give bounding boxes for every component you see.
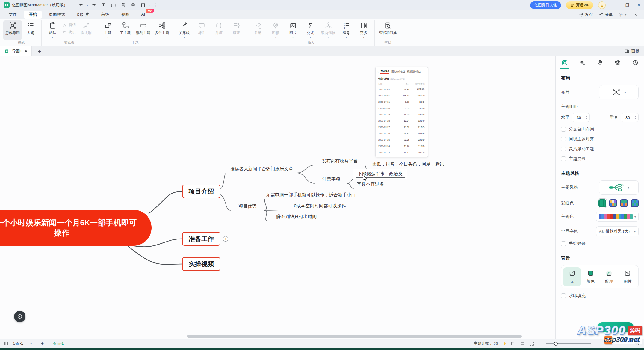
rainbow-swatch-2[interactable] xyxy=(609,199,617,207)
open-folder-icon[interactable] xyxy=(111,3,116,8)
topic-fabu[interactable]: 发布到有收益平台 xyxy=(315,157,365,165)
avatar[interactable]: E xyxy=(598,1,606,9)
topic-banyun[interactable]: 搬运各大新闻平台热门娱乐文章 xyxy=(227,165,297,173)
ribbon-button-编号[interactable]: 123编号▾ xyxy=(338,20,355,40)
menu-tab-幻灯片[interactable]: 幻灯片 xyxy=(72,11,94,19)
dropdown-caret[interactable]: ▾ xyxy=(87,4,88,7)
vip-button[interactable]: 开通VIP xyxy=(566,1,593,9)
ribbon-button-查找和替换[interactable]: 查找和替换 xyxy=(377,20,399,40)
topic-实操视频[interactable]: 实操视频 xyxy=(182,257,220,271)
ribbon-button-大纲[interactable]: 大纲 xyxy=(22,20,39,40)
ribbon-button-子主题[interactable]: 子主题 xyxy=(117,20,134,40)
checkbox-同级主题对齐[interactable]: 同级主题对齐 xyxy=(561,136,639,142)
publish-button[interactable]: 发布 xyxy=(579,12,593,17)
ribbon-button-关系线[interactable]: 关系线▾ xyxy=(176,20,193,40)
print-icon[interactable] xyxy=(131,3,136,8)
ribbon-button-更多[interactable]: 更多▾ xyxy=(355,20,372,40)
mindmap-canvas[interactable]: 看一个小时娱乐新闻一个月6K一部手机即可操作项目介绍准备工作1实操视频搬运各大新… xyxy=(0,56,555,339)
attached-image-revenue[interactable]: ‹整体收益图文创作收益视频创作收益收益详情最近 23.59 前更新日期总计创作收… xyxy=(375,67,428,157)
topic-zhuan[interactable]: 赚不到钱只付出时间 xyxy=(267,213,326,221)
topic-wuxu[interactable]: 无需电脑一部手机就可以操作，适合新手小白 xyxy=(266,191,356,199)
outline-view-icon[interactable] xyxy=(511,341,516,346)
rainbow-swatch-3[interactable] xyxy=(620,199,628,207)
background-option-颜色[interactable]: 颜色 xyxy=(582,267,600,286)
minimize-button[interactable]: ─ xyxy=(615,3,618,7)
undo-icon[interactable] xyxy=(79,3,84,8)
topic-chengben[interactable]: 0成本空闲时间都可以操作 xyxy=(285,202,354,210)
redo-icon[interactable] xyxy=(91,3,96,8)
ribbon-button-主题[interactable]: 主题▾ xyxy=(99,20,117,40)
horizontal-scrollbar[interactable] xyxy=(187,335,522,338)
horizontal-spacing-stepper[interactable]: 30 ▲▼ xyxy=(572,113,590,122)
central-topic[interactable]: 看一个小时娱乐新闻一个月6K一部手机即可操作 xyxy=(0,210,152,246)
new-tab-button[interactable]: ＋ xyxy=(37,48,42,55)
panel-tab-panel-history[interactable] xyxy=(626,56,644,69)
export-icon[interactable] xyxy=(140,3,146,8)
collapse-ribbon-button[interactable] xyxy=(633,13,637,17)
topic-准备工作[interactable]: 准备工作 xyxy=(182,232,220,246)
topic-youshi[interactable]: 项目优势 xyxy=(231,202,264,210)
theme-color-dropdown[interactable]: ▾ xyxy=(596,212,639,222)
page-tab[interactable]: 页面-1 xyxy=(53,341,64,346)
panel-toggle[interactable]: 面板 xyxy=(625,49,644,54)
checkbox-box[interactable] xyxy=(561,241,566,246)
share-button[interactable]: 分享 xyxy=(599,12,613,17)
checkbox-box[interactable] xyxy=(561,293,566,298)
panel-tab-panel-style[interactable] xyxy=(609,56,626,69)
ribbon-button-思维导图[interactable]: 思维导图 xyxy=(3,20,22,40)
ribbon-button-多个主题[interactable]: 多个主题 xyxy=(152,20,171,40)
zoom-out-button[interactable]: ─ xyxy=(539,341,542,346)
topic-项目介绍[interactable]: 项目介绍 xyxy=(182,185,220,198)
summer-promo-badge[interactable]: 亿图夏日大促 xyxy=(530,1,561,9)
panel-tab-panel-ai[interactable] xyxy=(573,56,591,69)
checkbox-box[interactable] xyxy=(561,127,566,132)
panel-tab-emoji-pin[interactable] xyxy=(591,56,609,69)
menu-tab-AI[interactable]: AIHot xyxy=(136,11,150,19)
dropdown-caret[interactable]: ▾ xyxy=(149,4,150,7)
add-page-button[interactable]: ＋ xyxy=(40,340,45,347)
help-button[interactable]: ?▾ xyxy=(619,13,627,17)
fullscreen-icon[interactable] xyxy=(529,341,534,346)
maximize-button[interactable]: ❐ xyxy=(625,3,629,7)
menu-tab-开始[interactable]: 开始 xyxy=(24,11,42,19)
selected-topic[interactable]: 不能搬运军事，政治类 xyxy=(353,169,407,179)
collapse-badge[interactable]: 1 xyxy=(223,236,228,242)
topic-zhuyi[interactable]: 注意事项 xyxy=(315,175,347,183)
pan-mode-icon[interactable] xyxy=(4,341,9,346)
vertical-spacing-stepper[interactable]: 30 ▲▼ xyxy=(621,113,639,122)
checkbox-box[interactable] xyxy=(561,137,566,141)
menu-tab-文件[interactable]: 文件 xyxy=(4,11,22,19)
topic-xigua[interactable]: 西瓜，抖音，今日头条，网易，腾讯 xyxy=(367,160,449,168)
close-button[interactable]: ✕ xyxy=(637,3,640,7)
ribbon-button-浮动主题[interactable]: 浮动主题 xyxy=(134,20,152,40)
ribbon-button-粘贴[interactable]: 粘贴▾ xyxy=(44,20,61,40)
menu-tab-页面样式[interactable]: 页面样式 xyxy=(44,11,70,19)
panel-tab-panel-layout[interactable] xyxy=(556,56,573,69)
menu-tab-高级[interactable]: 高级 xyxy=(96,11,114,19)
page-selector[interactable]: 页面-1▾ xyxy=(12,341,32,346)
theme-style-dropdown[interactable]: ▾ xyxy=(599,180,639,195)
fit-window-icon[interactable] xyxy=(520,341,525,346)
rainbow-swatch-1[interactable] xyxy=(598,199,606,207)
checkbox-box[interactable] xyxy=(561,147,566,151)
page-grid-icon[interactable] xyxy=(634,341,639,346)
save-icon[interactable] xyxy=(121,3,126,8)
more-icon[interactable] xyxy=(153,3,158,8)
assistant-floating-button[interactable] xyxy=(14,311,25,322)
global-font-dropdown[interactable]: Aa 微软雅黑 (大) ▾ xyxy=(596,226,639,236)
document-tab[interactable]: 导图1 xyxy=(0,46,32,56)
checkbox-手绘效果[interactable]: 手绘效果 xyxy=(561,241,639,246)
checkbox-灵活浮动主题[interactable]: 灵活浮动主题 xyxy=(561,146,639,152)
background-option-无[interactable]: 无 xyxy=(563,267,581,286)
rainbow-swatch-4[interactable] xyxy=(631,199,639,207)
checkbox-水印填充[interactable]: 水印填充 xyxy=(561,293,639,298)
topic-zishu[interactable]: 字数不宜过多 xyxy=(353,180,387,188)
background-option-纹理[interactable]: 纹理 xyxy=(600,267,618,286)
zoom-slider-handle[interactable] xyxy=(554,342,558,346)
ribbon-button-公式[interactable]: 公式▾ xyxy=(302,20,319,40)
menu-tab-视图[interactable]: 视图 xyxy=(116,11,134,19)
zoom-slider[interactable] xyxy=(546,343,591,344)
panel-promo-button[interactable] xyxy=(598,322,634,332)
background-option-图片[interactable]: 图片 xyxy=(619,267,637,286)
new-doc-icon[interactable] xyxy=(101,3,106,8)
